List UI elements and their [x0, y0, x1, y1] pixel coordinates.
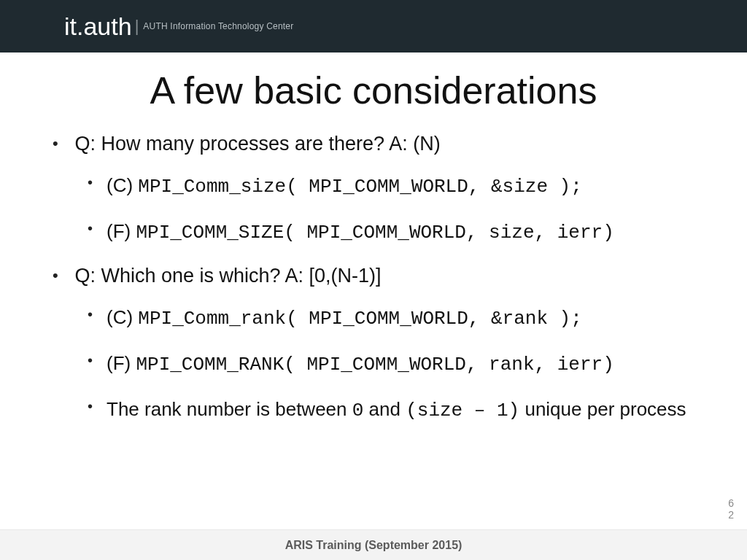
q2-c-line: (C) MPI_Comm_rank( MPI_COMM_WORLD, &rank… — [88, 305, 706, 332]
bullet-q1: Q: How many processes are there? A: (N) … — [53, 133, 706, 246]
q2-note-pre: The rank number is between — [107, 398, 352, 420]
q2-note-mid: and — [363, 398, 406, 420]
footer-band: ARIS Training (September 2015) — [0, 529, 747, 560]
q2-c-tag: (C) — [107, 306, 138, 328]
q1-f-line: (F) MPI_COMM_SIZE( MPI_COMM_WORLD, size,… — [88, 219, 706, 246]
q2-note-code2: (size – 1) — [406, 400, 519, 421]
q2-note-code1: 0 — [352, 400, 364, 421]
footer-text: ARIS Training (September 2015) — [285, 539, 462, 552]
q1-text: Q: How many processes are there? A: (N) — [74, 133, 440, 155]
logo-separator: | — [135, 17, 139, 36]
page-number: 6 2 — [728, 498, 734, 521]
q2-text: Q: Which one is which? A: [0,(N-1)] — [74, 265, 381, 287]
logo-it: it — [64, 12, 77, 40]
q1-c-tag: (C) — [107, 174, 138, 196]
q1-c-line: (C) MPI_Comm_size( MPI_COMM_WORLD, &size… — [88, 173, 706, 200]
q2-note-line: The rank number is between 0 and (size –… — [88, 397, 706, 424]
q2-note-post: unique per process — [519, 398, 686, 420]
q2-c-code: MPI_Comm_rank( MPI_COMM_WORLD, &rank ); — [138, 308, 582, 330]
header-bar: it.auth | AUTH Information Technology Ce… — [0, 0, 747, 52]
q1-f-code: MPI_COMM_SIZE( MPI_COMM_WORLD, size, ier… — [136, 222, 614, 244]
bullet-q2: Q: Which one is which? A: [0,(N-1)] (C) … — [53, 265, 706, 424]
logo-subtitle: AUTH Information Technology Center — [143, 21, 293, 31]
q2-f-tag: (F) — [107, 352, 136, 374]
slide-content: Q: How many processes are there? A: (N) … — [0, 133, 747, 424]
page-number-bottom: 2 — [728, 510, 734, 521]
slide-title: A few basic considerations — [0, 69, 747, 112]
q1-f-tag: (F) — [107, 220, 136, 242]
q2-f-code: MPI_COMM_RANK( MPI_COMM_WORLD, rank, ier… — [136, 354, 614, 376]
q2-f-line: (F) MPI_COMM_RANK( MPI_COMM_WORLD, rank,… — [88, 351, 706, 378]
q1-c-code: MPI_Comm_size( MPI_COMM_WORLD, &size ); — [138, 176, 582, 198]
page-number-top: 6 — [728, 498, 734, 509]
logo: it.auth — [64, 12, 132, 41]
logo-auth: auth — [83, 12, 131, 40]
